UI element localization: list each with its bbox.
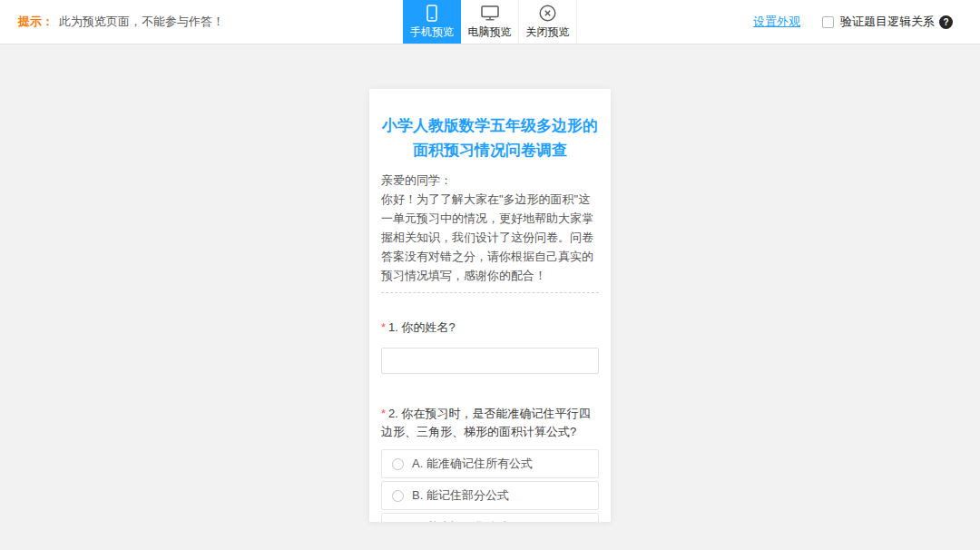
question-1: *1. 你的姓名? (381, 319, 599, 374)
phone-icon (426, 4, 438, 22)
option-b[interactable]: B. 能记住部分公式 (381, 481, 599, 510)
tab-label: 手机预览 (410, 25, 454, 40)
radio-icon[interactable] (392, 458, 404, 470)
question-2-options: A. 能准确记住所有公式 B. 能记住部分公式 C. 基本记不住公式 (381, 449, 599, 522)
hint-text: 此为预览页面，不能参与作答！ (59, 14, 224, 30)
logic-validation-checkbox[interactable] (822, 16, 834, 28)
radio-icon[interactable] (392, 490, 404, 502)
tab-close-preview[interactable]: 关闭预览 (519, 0, 577, 44)
preview-mode-tabs: 手机预览 电脑预览 关闭预览 (403, 0, 577, 44)
question-2-text: 2. 你在预习时，是否能准确记住平行四边形、三角形、梯形的面积计算公式? (381, 407, 591, 438)
option-label: C. 基本记不住公式 (412, 519, 510, 522)
tab-label: 电脑预览 (468, 25, 512, 40)
logic-validation-label: 验证题目逻辑关系 (840, 14, 935, 30)
required-asterisk: * (381, 407, 386, 420)
monitor-icon (481, 4, 499, 22)
name-input[interactable] (381, 348, 599, 374)
preview-toolbar: 提示： 此为预览页面，不能参与作答！ 手机预览 电脑预览 (0, 0, 980, 44)
option-c[interactable]: C. 基本记不住公式 (381, 513, 599, 522)
question-1-label: *1. 你的姓名? (381, 319, 599, 337)
option-label: B. 能记住部分公式 (412, 487, 509, 504)
question-2: *2. 你在预习时，是否能准确记住平行四边形、三角形、梯形的面积计算公式? A.… (381, 405, 599, 522)
mobile-preview-card: 小学人教版数学五年级多边形的面积预习情况问卷调查 亲爱的同学： 你好！为了了解大… (369, 89, 611, 522)
survey-intro: 亲爱的同学： 你好！为了了解大家在"多边形的面积"这一单元预习中的情况，更好地帮… (381, 171, 599, 285)
preview-hint: 提示： 此为预览页面，不能参与作答！ (18, 0, 224, 44)
tab-label: 关闭预览 (526, 25, 570, 40)
survey-title: 小学人教版数学五年级多边形的面积预习情况问卷调查 (381, 113, 599, 162)
question-1-text: 1. 你的姓名? (388, 320, 456, 334)
tab-pc-preview[interactable]: 电脑预览 (461, 0, 519, 44)
radio-icon[interactable] (392, 522, 404, 523)
tab-mobile-preview[interactable]: 手机预览 (403, 0, 461, 44)
intro-greeting: 亲爱的同学： (381, 171, 599, 190)
toolbar-right-controls: 设置外观 验证题目逻辑关系 ? (753, 0, 953, 44)
option-a[interactable]: A. 能准确记住所有公式 (381, 449, 599, 478)
question-2-label: *2. 你在预习时，是否能准确记住平行四边形、三角形、梯形的面积计算公式? (381, 405, 599, 441)
intro-body: 你好！为了了解大家在"多边形的面积"这一单元预习中的情况，更好地帮助大家掌握相关… (381, 190, 599, 285)
option-label: A. 能准确记住所有公式 (412, 456, 533, 472)
hint-label: 提示： (18, 14, 54, 30)
required-asterisk: * (381, 320, 386, 334)
section-divider (381, 292, 599, 293)
preview-canvas: 小学人教版数学五年级多边形的面积预习情况问卷调查 亲爱的同学： 你好！为了了解大… (0, 44, 980, 550)
close-circle-icon (539, 4, 556, 22)
appearance-settings-link[interactable]: 设置外观 (753, 14, 800, 30)
help-icon[interactable]: ? (939, 15, 953, 29)
